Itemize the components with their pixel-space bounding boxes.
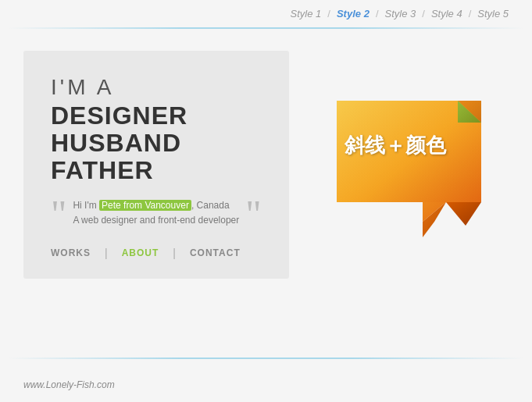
quote-after: , Canada [191,200,230,211]
nav-style4[interactable]: Style 4 [431,8,462,20]
svg-marker-2 [446,202,481,226]
nav-sep-4: / [469,8,472,20]
origami-svg [329,93,509,257]
origami-container: 斜线＋颜色 [329,93,501,237]
bottom-divider [8,358,524,359]
title-designer: DESIGNER [51,102,262,130]
left-card: I'M A DESIGNER HUSBAND FATHER " Hi I'm P… [23,51,289,279]
card-nav: WORKS | ABOUT | CONTACT [51,247,262,259]
footer: www.Lonely-Fish.com [23,379,115,390]
nav-sep-2: / [376,8,379,20]
quote-mark-left: " [51,198,66,229]
nav-style1[interactable]: Style 1 [291,8,322,20]
quote-line1: Hi I'm Pete from Vancouver, Canada [73,198,239,213]
quote-line2: A web designer and front-end developer [73,213,239,228]
origami-text: 斜线＋颜色 [345,132,446,159]
nav-sep-3: / [422,8,425,20]
quote-before: Hi I'm [73,200,99,211]
title-husband: HUSBAND [51,130,262,157]
big-title: DESIGNER HUSBAND FATHER [51,102,262,185]
top-nav: Style 1 / Style 2 / Style 3 / Style 4 / … [0,0,532,27]
nav-sep-1: / [327,8,330,20]
quote-section: " Hi I'm Pete from Vancouver, Canada A w… [51,198,262,229]
right-visual: 斜线＋颜色 [320,67,509,262]
card-nav-works[interactable]: WORKS [51,247,105,258]
card-nav-contact[interactable]: CONTACT [176,247,255,258]
quote-mark-right: " [245,198,261,229]
nav-style5[interactable]: Style 5 [477,8,509,20]
card-nav-about[interactable]: ABOUT [108,247,173,258]
top-divider [8,27,524,29]
main-content: I'M A DESIGNER HUSBAND FATHER " Hi I'm P… [0,35,532,294]
im-a-text: I'M A [51,74,262,101]
quote-content: Hi I'm Pete from Vancouver, Canada A web… [73,198,239,228]
title-father: FATHER [51,157,262,184]
nav-style3[interactable]: Style 3 [385,8,416,20]
nav-style2[interactable]: Style 2 [337,8,370,20]
quote-highlight: Pete from Vancouver [99,200,191,211]
